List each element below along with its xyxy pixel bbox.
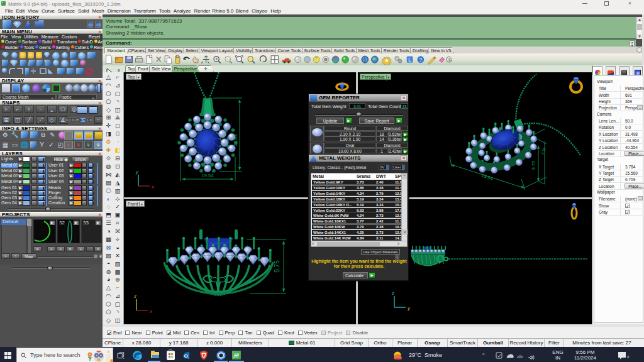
svg-text:O: O bbox=[184, 353, 188, 359]
svg-text:?: ? bbox=[419, 57, 422, 63]
svg-text:19.54: 19.54 bbox=[202, 173, 214, 178]
svg-text:x: x bbox=[149, 309, 153, 314]
svg-text:z: z bbox=[391, 290, 394, 296]
svg-text:L: L bbox=[408, 57, 411, 63]
svg-text:9.75: 9.75 bbox=[531, 161, 536, 170]
svg-text:3.30: 3.30 bbox=[540, 146, 547, 155]
svg-text:9.75: 9.75 bbox=[274, 260, 280, 273]
svg-text:19.54: 19.54 bbox=[480, 172, 494, 182]
svg-text:z: z bbox=[133, 293, 136, 299]
svg-text:y: y bbox=[135, 169, 139, 175]
svg-text:27.83: 27.83 bbox=[233, 134, 238, 146]
svg-text:x: x bbox=[151, 184, 155, 190]
svg-text:y: y bbox=[407, 305, 411, 311]
